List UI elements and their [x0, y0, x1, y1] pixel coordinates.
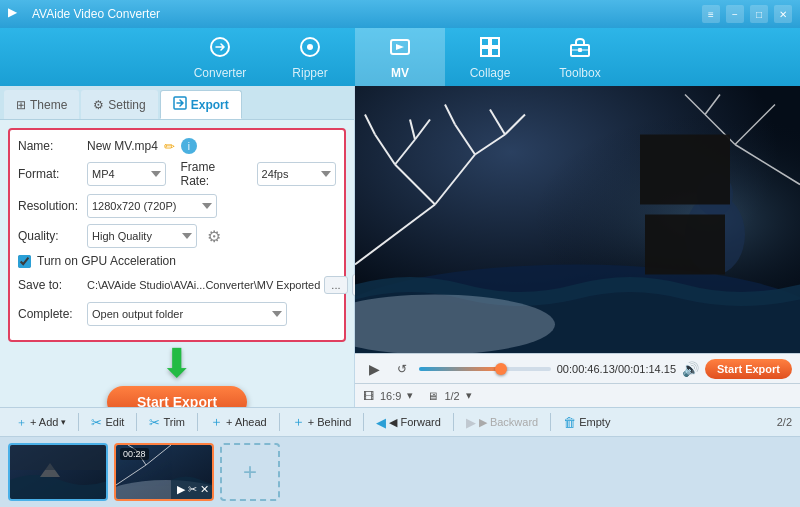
svg-rect-7	[491, 48, 499, 56]
clip-delete-icon[interactable]: ✕	[200, 483, 209, 496]
quality-select[interactable]: High Quality Medium Quality Low Quality	[87, 224, 197, 248]
add-button[interactable]: ＋ + Add ▾	[8, 412, 74, 433]
separator-1	[78, 413, 79, 431]
timeline-clip-1[interactable]	[8, 443, 108, 501]
nav-ripper[interactable]: Ripper	[265, 28, 355, 86]
progress-bar[interactable]	[419, 367, 551, 371]
play-button[interactable]: ▶	[363, 358, 385, 380]
path-row: C:\AVAide Studio\AVAi...Converter\MV Exp…	[87, 274, 374, 296]
tab-setting[interactable]: ⚙ Setting	[81, 90, 157, 119]
quality-row: Quality: High Quality Medium Quality Low…	[18, 224, 336, 248]
menu-button[interactable]: ≡	[702, 5, 720, 23]
ripper-icon	[298, 35, 322, 62]
export-btn-area: ⬇ Start Export	[0, 350, 354, 407]
edit-icon: ✂	[91, 415, 102, 430]
secondary-controls-bar: 🎞 16:9 ▾ 🖥 1/2 ▾	[355, 383, 800, 407]
quality-label: Quality:	[18, 229, 83, 243]
forward-button[interactable]: ◀ ◀ Forward	[368, 412, 448, 433]
name-value: New MV.mp4 ✏ i	[87, 138, 197, 154]
svg-line-27	[415, 120, 430, 140]
separator-5	[363, 413, 364, 431]
video-controls-bar: ▶ ↺ 00:00:46.13/00:01:14.15 🔊 Start Expo…	[355, 353, 800, 383]
nav-collage-label: Collage	[470, 66, 511, 80]
trim-icon: ✂	[149, 415, 160, 430]
trim-button[interactable]: ✂ Trim	[141, 412, 193, 433]
volume-icon[interactable]: 🔊	[682, 361, 699, 377]
mv-icon	[388, 35, 412, 62]
clip-play-icon[interactable]: ▶	[177, 483, 185, 496]
svg-point-35	[697, 173, 733, 217]
browse-button[interactable]: ...	[324, 276, 347, 294]
progress-fill	[419, 367, 501, 371]
app-logo: ▶	[8, 5, 26, 23]
rewind-button[interactable]: ↺	[391, 358, 413, 380]
svg-rect-37	[645, 215, 725, 275]
start-export-button[interactable]: Start Export	[107, 386, 247, 407]
frame-rate-select[interactable]: 24fps 30fps 60fps	[257, 162, 336, 186]
nav-mv[interactable]: MV	[355, 28, 445, 86]
svg-line-31	[685, 95, 705, 115]
clip-trim-icon[interactable]: ✂	[188, 483, 197, 496]
converter-icon	[208, 35, 232, 62]
nav-toolbox[interactable]: Toolbox	[535, 28, 625, 86]
svg-line-17	[435, 155, 475, 205]
svg-line-21	[395, 140, 415, 165]
nav-converter[interactable]: Converter	[175, 28, 265, 86]
format-row: Format: MP4 AVI MOV Frame Rate: 24fps 30…	[18, 160, 336, 188]
gpu-checkbox-label[interactable]: Turn on GPU Acceleration	[18, 254, 176, 268]
app-body: ⊞ Theme ⚙ Setting Export	[0, 86, 800, 507]
gpu-row: Turn on GPU Acceleration	[18, 254, 336, 268]
format-label: Format:	[18, 167, 83, 181]
complete-select[interactable]: Open output folder Do nothing	[87, 302, 287, 326]
empty-button[interactable]: 🗑 Empty	[555, 412, 618, 433]
tab-theme[interactable]: ⊞ Theme	[4, 90, 79, 119]
svg-line-18	[455, 125, 475, 155]
close-button[interactable]: ✕	[774, 5, 792, 23]
edit-name-icon[interactable]: ✏	[164, 139, 175, 154]
collage-icon	[478, 35, 502, 62]
svg-rect-6	[481, 48, 489, 56]
gpu-checkbox[interactable]	[18, 255, 31, 268]
trash-icon: 🗑	[563, 415, 576, 430]
resolution-select[interactable]: 1280x720 (720P) 1920x1080 (1080P) 3840x2…	[87, 194, 217, 218]
save-to-row: Save to: C:\AVAide Studio\AVAi...Convert…	[18, 274, 336, 296]
svg-rect-13	[355, 86, 800, 353]
start-export-small-button[interactable]: Start Export	[705, 359, 792, 379]
svg-point-14	[355, 265, 800, 354]
forward-icon: ◀	[376, 415, 386, 430]
down-arrow-icon: ⬇	[160, 340, 194, 386]
name-row: Name: New MV.mp4 ✏ i	[18, 138, 336, 154]
add-icon: ＋	[16, 415, 27, 430]
aspect-ratio-dropdown[interactable]: ▾	[407, 389, 413, 402]
video-background	[355, 86, 800, 353]
timeline-clip-2[interactable]: 00:28	[114, 443, 214, 501]
bottom-toolbar: ＋ + Add ▾ ✂ Edit ✂ Trim ＋ + Ahead ＋ + Be…	[0, 407, 800, 437]
maximize-button[interactable]: □	[750, 5, 768, 23]
ahead-button[interactable]: ＋ + Ahead	[202, 410, 275, 434]
svg-line-23	[505, 115, 525, 135]
behind-button[interactable]: ＋ + Behind	[284, 410, 360, 434]
resolution-dropdown[interactable]: ▾	[466, 389, 472, 402]
timeline: 00:28	[0, 437, 800, 507]
save-path: C:\AVAide Studio\AVAi...Converter\MV Exp…	[87, 279, 320, 291]
title-bar: ▶ AVAide Video Converter ≡ − □ ✕	[0, 0, 800, 28]
minimize-button[interactable]: −	[726, 5, 744, 23]
tab-export[interactable]: Export	[160, 90, 242, 119]
backward-button[interactable]: ▶ ▶ Backward	[458, 412, 546, 433]
format-select[interactable]: MP4 AVI MOV	[87, 162, 166, 186]
svg-line-22	[490, 110, 505, 135]
quality-settings-icon[interactable]: ⚙	[207, 227, 221, 246]
film-icon: 🎞	[363, 390, 374, 402]
progress-thumb	[495, 363, 507, 375]
resolution-display: 1/2	[444, 390, 459, 402]
edit-button[interactable]: ✂ Edit	[83, 412, 132, 433]
info-icon[interactable]: i	[181, 138, 197, 154]
separator-4	[279, 413, 280, 431]
svg-rect-10	[578, 48, 582, 52]
nav-collage[interactable]: Collage	[445, 28, 535, 86]
add-clip-button[interactable]: +	[220, 443, 280, 501]
svg-line-19	[475, 135, 505, 155]
add-dropdown-icon[interactable]: ▾	[61, 417, 66, 427]
svg-line-32	[705, 95, 720, 115]
video-preview	[355, 86, 800, 353]
